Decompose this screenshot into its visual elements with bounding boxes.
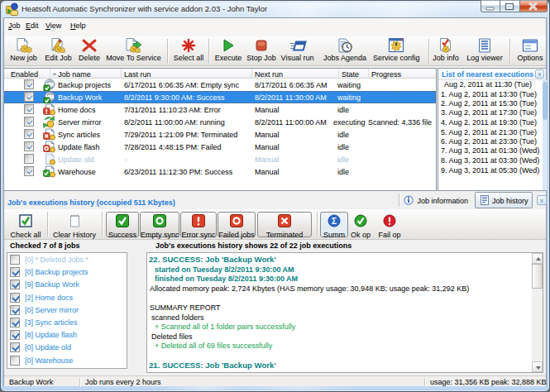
svg-text:Σ: Σ [332,217,337,226]
